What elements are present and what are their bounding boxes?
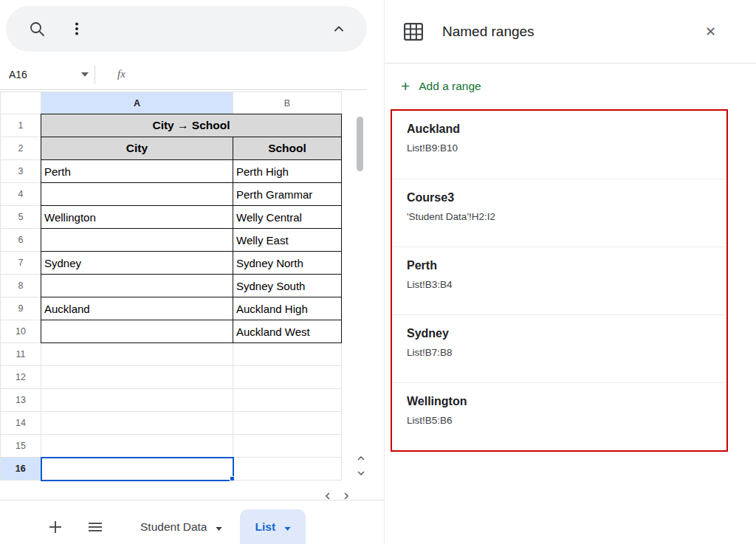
row-header[interactable]: 4 (1, 183, 41, 206)
cell-b8[interactable]: Sydney South (233, 275, 342, 297)
divider (94, 65, 95, 84)
named-range-ref: List!B5:B6 (407, 415, 726, 426)
named-range-item[interactable]: Sydney List!B7:B8 (392, 314, 726, 382)
cell[interactable] (233, 412, 342, 435)
named-ranges-panel: Named ranges ✕ + Add a range Auckland Li… (384, 0, 756, 544)
cell[interactable] (41, 435, 233, 458)
row-header[interactable]: 7 (1, 252, 41, 275)
name-box-value: A16 (9, 69, 27, 80)
all-sheets-menu-icon[interactable] (89, 522, 102, 532)
row-header[interactable]: 6 (1, 229, 41, 252)
cell[interactable] (41, 366, 233, 389)
cell-b9[interactable]: Auckland High (233, 297, 342, 320)
formula-bar: A16 fx (0, 59, 367, 90)
cell-b5[interactable]: Welly Central (233, 206, 342, 229)
cell-b2[interactable]: School (233, 137, 342, 160)
sheet-tab-bar: Student Data List (0, 509, 384, 544)
cell-a5[interactable]: Wellington (41, 206, 233, 229)
row-header[interactable]: 13 (1, 389, 41, 412)
cell-a8[interactable] (41, 275, 233, 297)
row-header[interactable]: 15 (1, 435, 41, 458)
add-sheet-icon[interactable] (49, 520, 62, 534)
column-header-b[interactable]: B (233, 92, 342, 114)
vertical-scrollbar[interactable] (354, 92, 366, 481)
add-range-button[interactable]: + Add a range (401, 78, 481, 94)
row-header[interactable]: 2 (1, 137, 41, 160)
select-all-corner[interactable] (1, 92, 41, 114)
tab-list[interactable]: List (240, 509, 306, 544)
tab-dropdown-icon[interactable] (284, 520, 291, 534)
more-options-icon[interactable] (68, 20, 86, 38)
cell[interactable] (233, 389, 342, 412)
tab-dropdown-icon[interactable] (216, 520, 222, 534)
highlight-box: Auckland List!B9:B10 Course3 'Student Da… (391, 109, 728, 452)
cell-b4[interactable]: Perth Grammar (233, 183, 342, 206)
named-range-ref: List!B3:B4 (407, 279, 726, 290)
named-range-ref: 'Student Data'!H2:I2 (407, 211, 726, 222)
cell-a6[interactable] (41, 229, 233, 252)
tab-label: List (255, 520, 275, 534)
name-box-dropdown-icon[interactable] (81, 72, 89, 77)
cell[interactable] (41, 343, 233, 366)
fx-icon: fx (117, 68, 126, 80)
named-range-item[interactable]: Auckland List!B9:B10 (392, 111, 726, 179)
fill-handle[interactable] (230, 476, 235, 481)
tab-label: Student Data (140, 520, 207, 534)
cell-b6[interactable]: Welly East (233, 229, 342, 252)
cell-b3[interactable]: Perth High (233, 160, 342, 183)
named-range-item[interactable]: Wellington List!B5:B6 (392, 382, 726, 450)
cell[interactable] (233, 366, 342, 389)
tab-student-data[interactable]: Student Data (136, 509, 227, 544)
cell-a10[interactable] (41, 320, 233, 343)
cell[interactable] (233, 435, 342, 458)
cell-a1-title[interactable]: City → School (41, 114, 342, 137)
cell[interactable] (41, 389, 233, 412)
row-header[interactable]: 11 (1, 343, 41, 366)
close-icon[interactable]: ✕ (705, 24, 716, 40)
collapse-toolbar-icon[interactable] (330, 20, 348, 38)
row-header[interactable]: 8 (1, 275, 41, 297)
row-header[interactable]: 12 (1, 366, 41, 389)
named-range-item[interactable]: Course3 'Student Data'!H2:I2 (392, 179, 726, 247)
row-header[interactable]: 10 (1, 320, 41, 343)
divider (0, 500, 384, 500)
cell-a4[interactable] (41, 183, 233, 206)
named-range-ref: List!B9:B10 (407, 142, 726, 154)
row-header[interactable]: 9 (1, 297, 41, 320)
spreadsheet-app: A16 fx A B 1 City → School 2 City School (0, 0, 756, 544)
row-header[interactable]: 1 (1, 114, 41, 137)
cell[interactable] (233, 343, 342, 366)
row-header[interactable]: 5 (1, 206, 41, 229)
add-range-label: Add a range (419, 80, 481, 93)
row-header[interactable]: 3 (1, 160, 41, 183)
scroll-up-icon[interactable] (357, 454, 365, 463)
named-range-name: Course3 (407, 191, 726, 204)
selected-cell-a16[interactable] (41, 458, 233, 481)
panel-header: Named ranges ✕ (385, 0, 756, 63)
search-icon[interactable] (28, 20, 46, 38)
row-header-selected[interactable]: 16 (1, 458, 41, 481)
named-range-name: Wellington (407, 395, 726, 408)
panel-title: Named ranges (442, 24, 535, 40)
cell[interactable] (41, 412, 233, 435)
named-range-item[interactable]: Perth List!B3:B4 (392, 247, 726, 314)
scroll-down-icon[interactable] (357, 469, 365, 478)
column-header-a[interactable]: A (41, 92, 233, 114)
plus-icon: + (401, 78, 410, 94)
named-range-name: Perth (407, 259, 726, 272)
cell[interactable] (233, 458, 342, 481)
named-range-name: Sydney (407, 327, 726, 340)
row-header[interactable]: 14 (1, 412, 41, 435)
cell-b7[interactable]: Sydney North (233, 252, 342, 275)
cell-a3[interactable]: Perth (41, 160, 233, 183)
quick-toolbar (6, 6, 367, 52)
named-range-name: Auckland (407, 123, 726, 136)
cell-a9[interactable]: Auckland (41, 297, 233, 320)
cell-b10[interactable]: Auckland West (233, 320, 342, 343)
cell-a2[interactable]: City (41, 137, 233, 160)
named-ranges-grid-icon (404, 23, 423, 41)
vertical-scrollbar-thumb[interactable] (357, 117, 363, 171)
named-range-ref: List!B7:B8 (407, 347, 726, 358)
cell-a7[interactable]: Sydney (41, 252, 233, 275)
name-box[interactable]: A16 (0, 69, 94, 80)
